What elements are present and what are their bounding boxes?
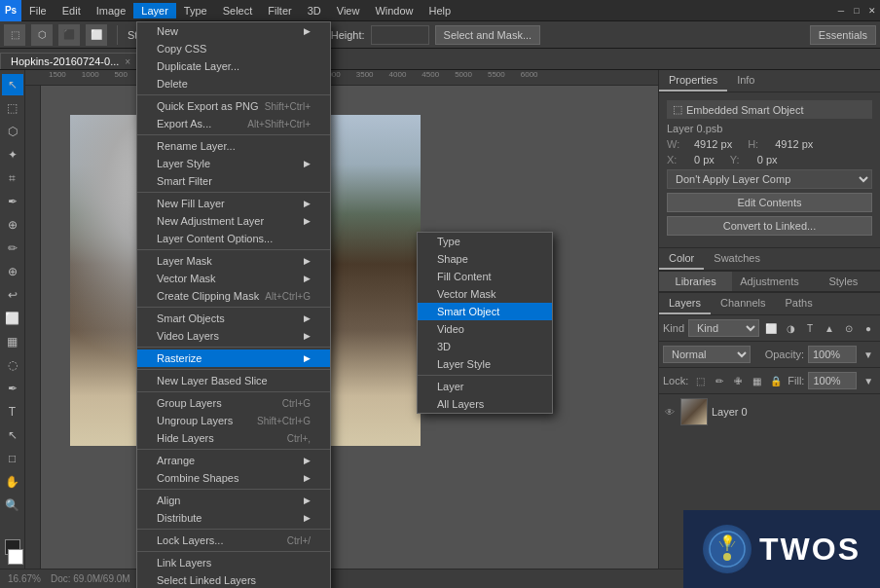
edit-contents-button[interactable]: Edit Contents: [667, 193, 872, 212]
layer-filter-pixel-icon[interactable]: ⬜: [763, 320, 779, 336]
menu-select-linked-layers[interactable]: Select Linked Layers: [137, 571, 330, 588]
menu-smart-filter[interactable]: Smart Filter: [137, 172, 330, 190]
menu-layer-content-options[interactable]: Layer Content Options...: [137, 230, 330, 247]
rasterize-layer-style[interactable]: Layer Style: [418, 355, 552, 373]
tool-zoom[interactable]: 🔍: [2, 495, 23, 516]
workspace-button[interactable]: Essentials: [810, 25, 876, 45]
tool-select[interactable]: ⬚: [2, 97, 23, 119]
tab-libraries[interactable]: Libraries: [659, 272, 732, 291]
layer-filter-adjust-icon[interactable]: ◑: [783, 320, 798, 336]
rasterize-vector-mask[interactable]: Vector Mask: [418, 285, 552, 303]
blend-mode-select[interactable]: Normal: [663, 346, 751, 363]
tab-adjustments[interactable]: Adjustments: [732, 272, 807, 291]
menu-3d[interactable]: 3D: [300, 3, 329, 18]
document-tab[interactable]: Hopkins-20160724-0... ×: [0, 53, 141, 69]
lock-artboards-icon[interactable]: ▦: [750, 373, 765, 388]
lock-transparent-icon[interactable]: ⬚: [692, 373, 708, 388]
menu-layer-style[interactable]: Layer Style ▶: [137, 155, 330, 172]
tab-layers[interactable]: Layers: [659, 293, 711, 314]
menu-view[interactable]: View: [329, 3, 368, 18]
layer-filter-close-icon[interactable]: ●: [861, 320, 876, 336]
tool-clone[interactable]: ⊕: [2, 261, 23, 282]
tool-history-brush[interactable]: ↩: [2, 284, 23, 306]
menu-rasterize[interactable]: Rasterize ▶: [137, 349, 330, 367]
maximize-button[interactable]: □: [850, 4, 863, 18]
menu-align[interactable]: Align ▶: [137, 492, 330, 509]
layer-visibility-icon[interactable]: 👁: [663, 405, 677, 419]
tool-gradient[interactable]: ▦: [2, 331, 23, 352]
menu-filter[interactable]: Filter: [260, 3, 299, 18]
menu-select[interactable]: Select: [215, 3, 261, 18]
tool-dodge[interactable]: ◌: [2, 354, 23, 376]
convert-to-linked-button[interactable]: Convert to Linked...: [667, 216, 872, 236]
rasterize-video[interactable]: Video: [418, 320, 552, 338]
tool-lasso[interactable]: ⬡: [2, 121, 23, 142]
menu-vector-mask[interactable]: Vector Mask ▶: [137, 270, 330, 287]
rasterize-all-layers[interactable]: All Layers: [418, 395, 552, 413]
menu-type[interactable]: Type: [176, 3, 215, 18]
menu-image[interactable]: Image: [89, 3, 134, 18]
rasterize-smart-object[interactable]: Smart Object: [418, 303, 552, 320]
tab-color[interactable]: Color: [659, 248, 704, 270]
rasterize-type[interactable]: Type: [418, 233, 552, 250]
height-input[interactable]: [371, 25, 429, 45]
tab-paths[interactable]: Paths: [776, 293, 823, 314]
doc-tab-close[interactable]: ×: [125, 56, 130, 67]
rasterize-shape[interactable]: Shape: [418, 250, 552, 268]
lock-all-icon[interactable]: 🔒: [769, 373, 785, 388]
opacity-arrow-icon[interactable]: ▼: [861, 347, 876, 362]
tab-swatches[interactable]: Swatches: [704, 248, 770, 270]
lock-pixels-icon[interactable]: ✏: [712, 373, 727, 388]
menu-export-as[interactable]: Export As... Alt+Shift+Ctrl+: [137, 115, 330, 132]
layer-filter-smart-icon[interactable]: ⊙: [841, 320, 857, 336]
tab-info[interactable]: Info: [727, 70, 764, 92]
tool-hand[interactable]: ✋: [2, 471, 23, 493]
tool-path-select[interactable]: ↖: [2, 424, 23, 446]
menu-smart-objects[interactable]: Smart Objects ▶: [137, 310, 330, 327]
menu-file[interactable]: File: [21, 3, 55, 18]
tool-eyedropper[interactable]: ✒: [2, 191, 23, 212]
fill-arrow-icon[interactable]: ▼: [861, 373, 876, 388]
lock-position-icon[interactable]: ✙: [730, 373, 746, 388]
tool-pen[interactable]: ✒: [2, 378, 23, 399]
rasterize-3d[interactable]: 3D: [418, 338, 552, 355]
menu-video-layers[interactable]: Video Layers ▶: [137, 327, 330, 345]
menu-help[interactable]: Help: [422, 3, 459, 18]
menu-layer[interactable]: Layer: [133, 3, 176, 18]
tool-move[interactable]: ↖: [2, 74, 23, 95]
tool-brush[interactable]: ✏: [2, 238, 23, 259]
menu-quick-export[interactable]: Quick Export as PNG Shift+Ctrl+: [137, 97, 330, 115]
layer-comp-select[interactable]: Don't Apply Layer Comp: [667, 169, 872, 189]
tool-eraser[interactable]: ⬜: [2, 308, 23, 329]
kind-select[interactable]: Kind: [688, 319, 759, 337]
select-and-mask-button[interactable]: Select and Mask...: [435, 25, 541, 45]
menu-layer-mask[interactable]: Layer Mask ▶: [137, 252, 330, 270]
layer-item-0[interactable]: 👁 Layer 0: [659, 394, 880, 429]
tool-type[interactable]: T: [2, 401, 23, 423]
menu-delete[interactable]: Delete: [137, 75, 330, 92]
layer-filter-shape-icon[interactable]: ▲: [822, 320, 837, 336]
menu-lock-layers[interactable]: Lock Layers... Ctrl+/: [137, 532, 330, 549]
menu-new[interactable]: New ▶: [137, 22, 330, 40]
menu-rename-layer[interactable]: Rename Layer...: [137, 137, 330, 155]
menu-distribute[interactable]: Distribute ▶: [137, 509, 330, 527]
layer-filter-type-icon[interactable]: T: [802, 320, 818, 336]
menu-new-layer-based-slice[interactable]: New Layer Based Slice: [137, 372, 330, 389]
menu-new-adjustment-layer[interactable]: New Adjustment Layer ▶: [137, 212, 330, 230]
tool-shape[interactable]: □: [2, 448, 23, 469]
fill-input[interactable]: [808, 372, 857, 389]
close-button[interactable]: ✕: [865, 4, 879, 18]
menu-group-layers[interactable]: Group Layers Ctrl+G: [137, 394, 330, 412]
tab-properties[interactable]: Properties: [659, 70, 727, 92]
minimize-button[interactable]: ─: [834, 4, 848, 18]
tab-styles[interactable]: Styles: [807, 272, 880, 291]
background-color[interactable]: [8, 549, 23, 565]
tab-channels[interactable]: Channels: [711, 293, 775, 314]
menu-hide-layers[interactable]: Hide Layers Ctrl+,: [137, 429, 330, 447]
menu-duplicate-layer[interactable]: Duplicate Layer...: [137, 57, 330, 75]
rasterize-fill-content[interactable]: Fill Content: [418, 268, 552, 285]
menu-arrange[interactable]: Arrange ▶: [137, 452, 330, 469]
tool-heal[interactable]: ⊕: [2, 214, 23, 236]
tool-crop[interactable]: ⌗: [2, 167, 23, 189]
menu-window[interactable]: Window: [367, 3, 421, 18]
